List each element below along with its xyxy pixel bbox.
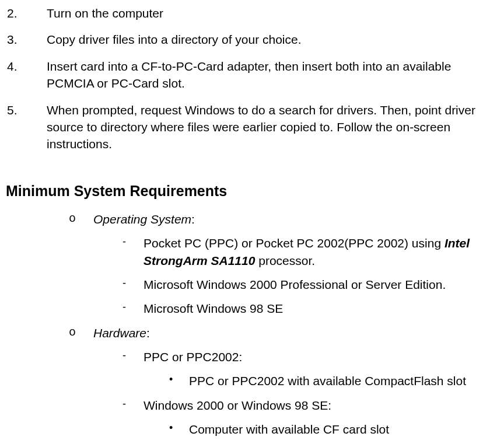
hw-subitem-cf-slot: • Computer with available CF card slot	[169, 421, 498, 438]
circle-marker: o	[69, 211, 93, 228]
bullet-marker: •	[169, 445, 189, 447]
step-number: 3.	[6, 31, 47, 48]
dash-marker: -	[123, 300, 144, 317]
hw-item-text: Windows 2000 or Windows 98 SE:	[144, 397, 498, 414]
step-4: 4. Insert card into a CF-to-PC-Card adap…	[6, 58, 498, 92]
hw-item-windows: - Windows 2000 or Windows 98 SE:	[123, 397, 498, 414]
hw-item-ppc: - PPC or PPC2002:	[123, 348, 498, 365]
os-item-ppc: - Pocket PC (PPC) or Pocket PC 2002(PPC …	[123, 235, 498, 269]
hw-subitem-text: Computer with available CF card slot	[189, 421, 498, 438]
section-heading: Minimum System Requirements	[6, 181, 498, 201]
step-number: 2.	[6, 5, 47, 22]
os-section: o Operating System:	[69, 211, 498, 228]
hw-subitem-ppc-slot: • PPC or PPC2002 with available CompactF…	[169, 372, 498, 389]
dash-marker: -	[123, 235, 144, 269]
hw-subitem-text: CF to PCMCIA card adapter	[189, 445, 498, 447]
os-label: Operating System:	[93, 211, 498, 228]
step-2: 2. Turn on the computer	[6, 5, 498, 22]
hardware-section: o Hardware:	[69, 324, 498, 341]
os-item-win2000: - Microsoft Windows 2000 Professional or…	[123, 276, 498, 293]
os-item-text: Microsoft Windows 2000 Professional or S…	[144, 276, 498, 293]
step-3: 3. Copy driver files into a directory of…	[6, 31, 498, 48]
dash-marker: -	[123, 276, 144, 293]
step-text: Turn on the computer	[47, 5, 498, 22]
dash-marker: -	[123, 397, 144, 414]
os-item-text: Microsoft Windows 98 SE	[144, 300, 498, 317]
os-item-text: Pocket PC (PPC) or Pocket PC 2002(PPC 20…	[144, 235, 498, 269]
hardware-label: Hardware:	[93, 324, 498, 341]
hw-subitem-adapter: • CF to PCMCIA card adapter	[169, 445, 498, 447]
step-5: 5. When prompted, request Windows to do …	[6, 102, 498, 153]
step-number: 5.	[6, 102, 47, 153]
step-number: 4.	[6, 58, 47, 92]
step-text: Copy driver files into a directory of yo…	[47, 31, 498, 48]
step-text: Insert card into a CF-to-PC-Card adapter…	[47, 58, 498, 92]
hw-subitem-text: PPC or PPC2002 with available CompactFla…	[189, 372, 498, 389]
hw-item-text: PPC or PPC2002:	[144, 348, 498, 365]
bullet-marker: •	[169, 421, 189, 438]
circle-marker: o	[69, 324, 93, 341]
step-text: When prompted, request Windows to do a s…	[47, 102, 498, 153]
os-item-win98: - Microsoft Windows 98 SE	[123, 300, 498, 317]
dash-marker: -	[123, 348, 144, 365]
bullet-marker: •	[169, 372, 189, 389]
